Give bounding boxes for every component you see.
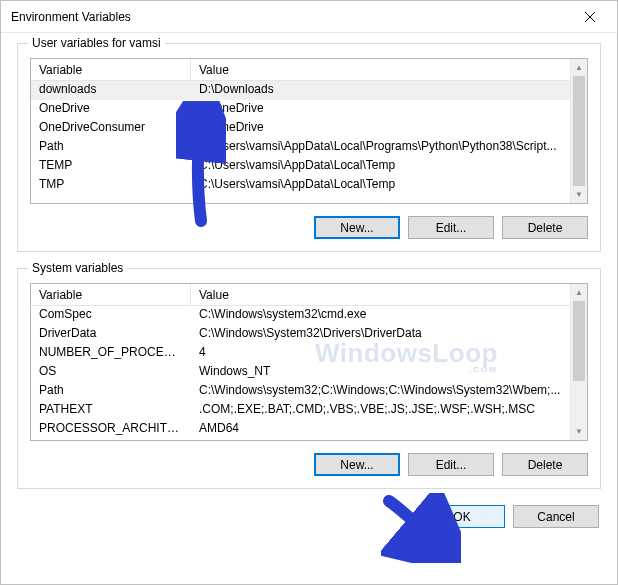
cell-value: C:\Users\vamsi\AppData\Local\Programs\Py…: [191, 138, 570, 157]
window-title: Environment Variables: [11, 10, 569, 24]
cell-variable: OneDrive: [31, 100, 191, 119]
list-header: Variable Value: [31, 284, 587, 306]
cell-value: C:\Users\vamsi\AppData\Local\Temp: [191, 157, 570, 176]
table-row[interactable]: PROCESSOR_ARCHITECTUREAMD64: [31, 420, 570, 439]
user-delete-button[interactable]: Delete: [502, 216, 588, 239]
user-edit-button[interactable]: Edit...: [408, 216, 494, 239]
cell-variable: Path: [31, 138, 191, 157]
system-rows: ComSpecC:\Windows\system32\cmd.exeDriver…: [31, 306, 570, 440]
user-new-button[interactable]: New...: [314, 216, 400, 239]
table-row[interactable]: TEMPC:\Users\vamsi\AppData\Local\Temp: [31, 157, 570, 176]
table-row[interactable]: OneDriveConsumerF:\OneDrive: [31, 119, 570, 138]
cell-value: D:\Downloads: [191, 81, 570, 100]
system-variables-label: System variables: [28, 261, 127, 275]
col-value[interactable]: Value: [191, 59, 587, 80]
cell-variable: PROCESSOR_ARCHITECTURE: [31, 420, 191, 439]
col-variable[interactable]: Variable: [31, 59, 191, 80]
table-row[interactable]: PATHEXT.COM;.EXE;.BAT;.CMD;.VBS;.VBE;.JS…: [31, 401, 570, 420]
cell-variable: NUMBER_OF_PROCESSORS: [31, 344, 191, 363]
cell-value: .COM;.EXE;.BAT;.CMD;.VBS;.VBE;.JS;.JSE;.…: [191, 401, 570, 420]
cancel-button[interactable]: Cancel: [513, 505, 599, 528]
scroll-up-icon[interactable]: ▲: [571, 59, 587, 76]
table-row[interactable]: OneDriveF:\OneDrive: [31, 100, 570, 119]
table-row[interactable]: downloadsD:\Downloads: [31, 81, 570, 100]
col-variable[interactable]: Variable: [31, 284, 191, 305]
scroll-up-icon[interactable]: ▲: [571, 284, 587, 301]
table-row[interactable]: DriverDataC:\Windows\System32\Drivers\Dr…: [31, 325, 570, 344]
cell-value: C:\Windows\system32;C:\Windows;C:\Window…: [191, 382, 570, 401]
cell-variable: TEMP: [31, 157, 191, 176]
table-row[interactable]: ComSpecC:\Windows\system32\cmd.exe: [31, 306, 570, 325]
cell-variable: DriverData: [31, 325, 191, 344]
cell-value: F:\OneDrive: [191, 100, 570, 119]
scrollbar[interactable]: ▲ ▼: [570, 59, 587, 203]
close-button[interactable]: [569, 3, 611, 31]
system-variables-group: System variables Variable Value ComSpecC…: [17, 268, 601, 489]
scroll-down-icon[interactable]: ▼: [571, 423, 587, 440]
dialog-footer: OK Cancel: [17, 505, 601, 528]
scroll-thumb[interactable]: [573, 301, 585, 381]
cell-value: C:\Users\vamsi\AppData\Local\Temp: [191, 176, 570, 195]
scroll-thumb[interactable]: [573, 76, 585, 186]
close-icon: [585, 12, 595, 22]
table-row[interactable]: PathC:\Windows\system32;C:\Windows;C:\Wi…: [31, 382, 570, 401]
cell-variable: TMP: [31, 176, 191, 195]
scrollbar[interactable]: ▲ ▼: [570, 284, 587, 440]
env-vars-dialog: Environment Variables User variables for…: [0, 0, 618, 585]
user-variables-group: User variables for vamsi Variable Value …: [17, 43, 601, 252]
table-row[interactable]: NUMBER_OF_PROCESSORS4: [31, 344, 570, 363]
user-rows: downloadsD:\DownloadsOneDriveF:\OneDrive…: [31, 81, 570, 203]
list-header: Variable Value: [31, 59, 587, 81]
col-value[interactable]: Value: [191, 284, 587, 305]
table-row[interactable]: TMPC:\Users\vamsi\AppData\Local\Temp: [31, 176, 570, 195]
cell-variable: PATHEXT: [31, 401, 191, 420]
user-buttons: New... Edit... Delete: [30, 216, 588, 239]
system-edit-button[interactable]: Edit...: [408, 453, 494, 476]
user-variables-list[interactable]: Variable Value downloadsD:\DownloadsOneD…: [30, 58, 588, 204]
user-variables-label: User variables for vamsi: [28, 36, 165, 50]
cell-variable: Path: [31, 382, 191, 401]
system-delete-button[interactable]: Delete: [502, 453, 588, 476]
cell-variable: downloads: [31, 81, 191, 100]
cell-variable: OS: [31, 363, 191, 382]
cell-variable: ComSpec: [31, 306, 191, 325]
cell-variable: OneDriveConsumer: [31, 119, 191, 138]
titlebar: Environment Variables: [1, 1, 617, 33]
cell-value: F:\OneDrive: [191, 119, 570, 138]
system-variables-list[interactable]: Variable Value ComSpecC:\Windows\system3…: [30, 283, 588, 441]
cell-value: AMD64: [191, 420, 570, 439]
ok-button[interactable]: OK: [419, 505, 505, 528]
dialog-body: User variables for vamsi Variable Value …: [1, 33, 617, 584]
table-row[interactable]: PathC:\Users\vamsi\AppData\Local\Program…: [31, 138, 570, 157]
cell-value: C:\Windows\system32\cmd.exe: [191, 306, 570, 325]
system-buttons: New... Edit... Delete: [30, 453, 588, 476]
cell-value: 4: [191, 344, 570, 363]
cell-value: C:\Windows\System32\Drivers\DriverData: [191, 325, 570, 344]
scroll-down-icon[interactable]: ▼: [571, 186, 587, 203]
table-row[interactable]: OSWindows_NT: [31, 363, 570, 382]
cell-value: Windows_NT: [191, 363, 570, 382]
system-new-button[interactable]: New...: [314, 453, 400, 476]
